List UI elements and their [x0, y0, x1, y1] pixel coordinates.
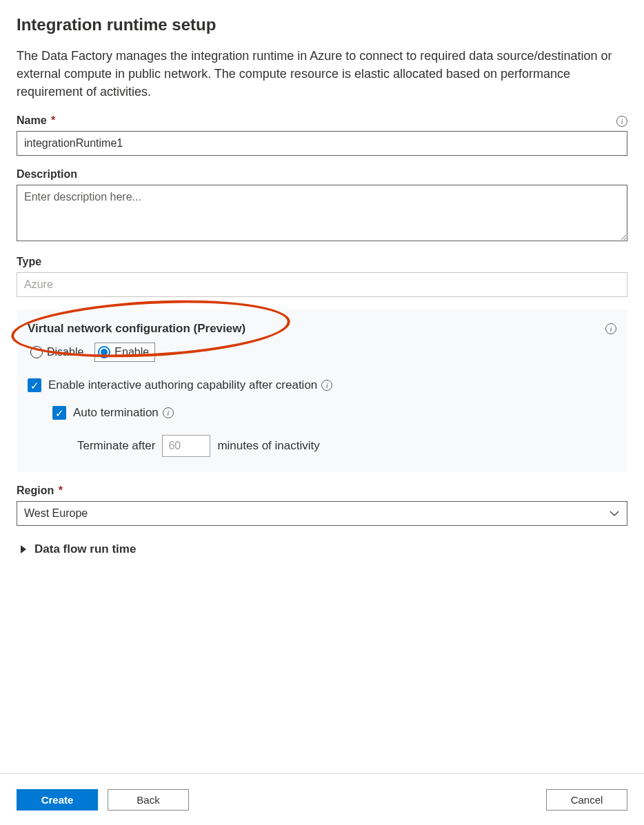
radio-unchecked-icon [30, 346, 43, 358]
terminate-after-row: Terminate after minutes of inactivity [77, 435, 616, 457]
region-field-group: Region * West Europe [17, 485, 627, 526]
type-readonly: Azure [17, 272, 627, 297]
description-field-group: Description [17, 168, 627, 243]
vnet-disable-label: Disable [47, 346, 83, 358]
vnet-disable-radio[interactable]: Disable [28, 343, 89, 362]
info-icon[interactable]: i [163, 407, 174, 418]
name-field-group: Name * i [17, 114, 627, 156]
name-label: Name * [17, 114, 627, 127]
cancel-button[interactable]: Cancel [546, 789, 627, 811]
vnet-enable-radio[interactable]: Enable [94, 343, 155, 362]
auto-termination-label: Auto termination [73, 406, 159, 420]
interactive-authoring-checkbox[interactable]: ✓ [28, 378, 41, 392]
create-button[interactable]: Create [17, 789, 98, 811]
region-label: Region * [17, 485, 627, 497]
vnet-panel: Virtual network configuration (Preview) … [17, 309, 627, 472]
interactive-authoring-row: ✓ Enable interactive authoring capabilit… [28, 378, 616, 392]
region-select-wrap: West Europe [17, 501, 627, 526]
type-label: Type [17, 256, 627, 268]
auto-termination-checkbox[interactable]: ✓ [52, 406, 66, 420]
dataflow-runtime-expander[interactable]: Data flow run time [17, 538, 627, 560]
triangle-right-icon [21, 545, 26, 553]
terminate-after-label: minutes of inactivity [217, 439, 319, 453]
auto-termination-row: ✓ Auto termination i [52, 406, 616, 420]
info-icon[interactable]: i [321, 380, 332, 391]
page-title: Integration runtime setup [17, 15, 627, 34]
terminate-minutes-input[interactable] [162, 435, 210, 457]
region-select[interactable]: West Europe [17, 501, 627, 526]
region-label-text: Region [17, 485, 54, 496]
checkmark-icon: ✓ [30, 380, 39, 391]
checkmark-icon: ✓ [55, 408, 64, 418]
name-input[interactable] [17, 131, 627, 156]
footer-left-group: Create Back [17, 789, 189, 811]
vnet-heading: Virtual network configuration (Preview) [28, 322, 616, 336]
vnet-radio-group: Disable Enable [28, 343, 616, 362]
description-textarea[interactable] [17, 185, 627, 241]
description-label: Description [17, 168, 627, 181]
vnet-enable-label: Enable [114, 346, 149, 358]
required-star-icon: * [51, 114, 55, 126]
intro-text: The Data Factory manages the integration… [17, 47, 627, 101]
footer-bar: Create Back Cancel [0, 773, 644, 825]
required-star-icon: * [59, 485, 63, 496]
back-button[interactable]: Back [108, 789, 189, 811]
terminate-before-label: Terminate after [77, 439, 155, 453]
type-field-group: Type Azure [17, 256, 627, 297]
dataflow-runtime-label: Data flow run time [34, 542, 136, 556]
name-label-text: Name [17, 114, 47, 126]
interactive-authoring-label: Enable interactive authoring capability … [48, 378, 317, 392]
radio-checked-icon [98, 346, 110, 358]
